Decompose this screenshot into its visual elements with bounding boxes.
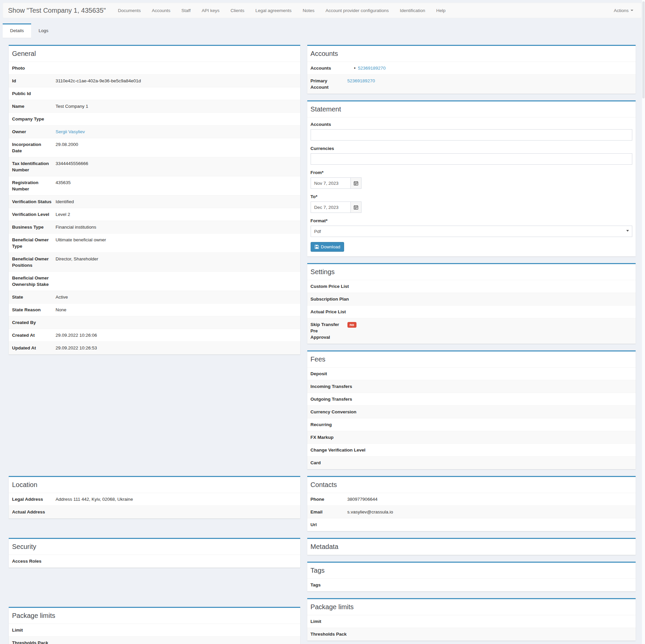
row-label: Owner — [12, 129, 56, 135]
row-value: no — [347, 321, 632, 328]
location-panel: Location Legal AddressAddress 111 442, K… — [9, 476, 300, 518]
table-row: Tax Identification Number3344445556666 — [9, 157, 300, 176]
row-label: Skip Transfer Pre Approval — [311, 321, 347, 340]
row-value: Sergii Vasyliev — [56, 129, 297, 135]
statement-accounts-input[interactable] — [311, 129, 632, 141]
row-label: FX Markup — [311, 434, 484, 440]
table-row: Created By — [9, 316, 300, 329]
top-navbar: Show "Test Company 1, 435635" DocumentsA… — [3, 3, 642, 18]
topnav: DocumentsAccountsStaffAPI keysClientsLeg… — [118, 8, 457, 13]
row-value: 29.09.2022 10:26:53 — [56, 345, 297, 351]
row-label: Business Type — [12, 224, 56, 230]
scrollbar-thumb[interactable] — [642, 1, 645, 98]
table-row: Id3110e42c-c1ae-402a-9e36-be5c9a84e01d — [9, 75, 300, 87]
row-label: Company Type — [12, 116, 172, 122]
accounts-panel-title: Accounts — [307, 46, 636, 62]
row-label: Updated At — [12, 345, 56, 351]
list-bullet: • — [354, 66, 356, 71]
settings-panel: Settings Custom Price ListSubscription P… — [307, 263, 636, 344]
row-label: Card — [311, 460, 478, 466]
row-value: Level 2 — [56, 211, 297, 218]
table-row: NameTest Company 1 — [9, 100, 300, 113]
table-row: Public Id — [9, 87, 300, 100]
table-row: Thresholds Pack — [9, 637, 300, 644]
download-button[interactable]: Download — [311, 242, 344, 252]
nav-item[interactable]: API keys — [202, 8, 220, 13]
table-row: FX Markup — [307, 431, 636, 444]
download-label: Download — [321, 244, 340, 249]
table-row: Business TypeFinancial institutions — [9, 221, 300, 234]
table-row: Access Roles — [9, 555, 300, 568]
nav-item[interactable]: Accounts — [152, 8, 170, 13]
nav-item[interactable]: Legal agreements — [255, 8, 292, 13]
content-area: General PhotoId3110e42c-c1ae-402a-9e36-b… — [9, 45, 636, 644]
nav-item[interactable]: Notes — [303, 8, 314, 13]
chevron-down-icon — [626, 230, 629, 232]
table-row: Limit — [307, 615, 636, 628]
row-label: Access Roles — [12, 558, 170, 564]
row-label: Verification Level — [12, 211, 56, 218]
row-link[interactable]: 52369189270 — [358, 66, 386, 71]
row-value: •52369189270 — [347, 65, 632, 71]
nav-item[interactable]: Account provider configurations — [325, 8, 389, 13]
row-label: Recurring — [311, 421, 484, 428]
from-calendar-addon[interactable] — [350, 177, 361, 189]
table-row: Card — [307, 457, 636, 469]
row-value: Identified — [56, 198, 297, 205]
nav-item[interactable]: Documents — [118, 8, 141, 13]
statement-format-select[interactable]: Pdf — [311, 226, 632, 237]
scrollbar[interactable] — [642, 0, 645, 644]
chevron-down-icon — [631, 10, 633, 11]
table-row: Photo — [9, 62, 300, 75]
location-panel-title: Location — [9, 477, 300, 493]
row-label: Incoming Transfers — [311, 383, 494, 390]
general-panel-title: General — [9, 46, 300, 62]
row-value: 435635 — [56, 179, 297, 186]
row-value: Ultimate beneficial owner — [56, 237, 297, 243]
statement-panel: Statement Accounts Currencies From* — [307, 100, 636, 256]
row-value: Test Company 1 — [56, 103, 297, 109]
statement-currencies-input[interactable] — [311, 153, 632, 165]
table-row: Created At29.09.2022 10:26:06 — [9, 329, 300, 342]
row-label: Currency Conversion — [311, 409, 496, 415]
row-link[interactable]: 52369189270 — [347, 78, 375, 83]
row-label: Beneficial Owner Type — [12, 237, 56, 249]
table-row: Verification LevelLevel 2 — [9, 208, 300, 221]
table-row: Deposit — [307, 368, 636, 380]
statement-from-input[interactable] — [311, 177, 350, 189]
nav-item[interactable]: Clients — [231, 8, 244, 13]
tab-logs[interactable]: Logs — [31, 23, 56, 38]
actions-label: Actions — [614, 8, 629, 13]
statement-to-input[interactable] — [311, 202, 350, 213]
nav-item[interactable]: Staff — [181, 8, 191, 13]
row-value: 52369189270 — [347, 78, 632, 84]
row-link[interactable]: Sergii Vasyliev — [56, 129, 85, 134]
nav-item[interactable]: Identification — [400, 8, 425, 13]
table-row: Company Type — [9, 113, 300, 126]
table-row: Thresholds Pack — [307, 628, 636, 641]
actions-dropdown[interactable]: Actions — [614, 8, 633, 13]
table-row: Beneficial Owner TypeUltimate beneficial… — [9, 234, 300, 253]
table-row: Legal AddressAddress 111 442, Kyiv, 0206… — [9, 493, 300, 506]
tags-panel: Tags Tags — [307, 562, 636, 591]
tab-details[interactable]: Details — [3, 23, 31, 38]
table-row: Emails.vasyliev@crassula.io — [307, 506, 636, 518]
row-label: Change Verification Level — [311, 447, 500, 453]
table-row: Outgoing Transfers — [307, 393, 636, 406]
table-row: Verification StatusIdentified — [9, 195, 300, 208]
row-label: Limit — [311, 618, 478, 625]
package-limits-panel-right: Package limits LimitThresholds Pack — [307, 598, 636, 641]
row-label: Subscription Plan — [311, 296, 492, 302]
statement-to-label: To* — [311, 194, 632, 200]
tags-panel-title: Tags — [307, 563, 636, 579]
fees-panel-title: Fees — [307, 351, 636, 368]
calendar-icon — [353, 205, 358, 210]
row-value: 380977906644 — [347, 496, 632, 502]
package-limits-right-title: Package limits — [307, 599, 636, 615]
nav-item[interactable]: Help — [436, 8, 446, 13]
to-calendar-addon[interactable] — [350, 202, 361, 213]
row-value: None — [56, 307, 297, 313]
status-badge: no — [347, 322, 356, 328]
table-row: Currency Conversion — [307, 406, 636, 418]
row-label: Legal Address — [12, 496, 56, 502]
